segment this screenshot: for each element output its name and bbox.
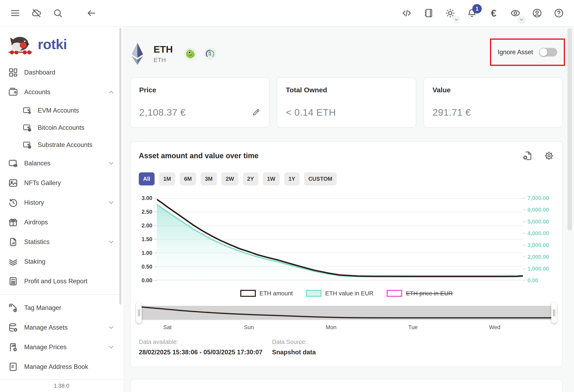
- chart-settings-button[interactable]: [544, 151, 554, 161]
- x-axis-label-wed: Wed: [489, 324, 500, 331]
- edit-price-button[interactable]: [252, 108, 260, 117]
- sidebar-item-label: NFTs Gallery: [24, 179, 61, 187]
- cryptocompare-icon: [205, 49, 215, 59]
- sidebar-item-nfts-gallery[interactable]: NFTs Gallery: [0, 173, 123, 193]
- app-logo[interactable]: rotki: [7, 32, 123, 56]
- sidebar-item-tag-manager[interactable]: Tag Manager: [0, 298, 123, 318]
- search-button[interactable]: [52, 7, 63, 19]
- asset-chart-card: Asset amount and value over time: [130, 141, 563, 367]
- stat-card-label: Price: [139, 86, 260, 94]
- stat-card-value: 291.71 €: [432, 107, 471, 118]
- gift-icon: [8, 217, 18, 227]
- sidebar-item-label: EVM Accounts: [38, 107, 79, 114]
- sidebar-item-manage-prices[interactable]: Manage Prices: [0, 337, 123, 357]
- sidebar-item-bitcoin-accounts[interactable]: Bitcoin Accounts: [0, 119, 123, 136]
- cryptocompare-badge[interactable]: [204, 48, 216, 60]
- left-axis-tick: 2.50: [142, 209, 157, 215]
- app-version: 1.38.0: [54, 383, 69, 389]
- range-button-2w[interactable]: 2W: [221, 172, 238, 186]
- legend-item-eth-price-in-eur[interactable]: ETH price in EUR: [387, 290, 453, 297]
- left-axis-tick: 0.00: [142, 277, 157, 284]
- sidebar-item-label: Staking: [24, 258, 45, 265]
- legend-label: ETH price in EUR: [406, 290, 453, 297]
- navigator-handle-right[interactable]: [551, 302, 557, 323]
- chevron-up-icon: [107, 88, 115, 96]
- legend-item-eth-amount[interactable]: ETH amount: [240, 290, 293, 297]
- page-scrollbar[interactable]: [567, 28, 572, 230]
- wallet-dot-icon: [22, 140, 32, 149]
- code-icon: [402, 8, 412, 18]
- sidebar-item-staking[interactable]: Staking: [0, 252, 123, 271]
- address-book-icon: [8, 362, 18, 372]
- menu-button[interactable]: [9, 7, 21, 19]
- sidebar-item-label: Profit and Loss Report: [24, 278, 87, 285]
- history-icon: [8, 198, 18, 207]
- sidebar-item-balances[interactable]: Balances: [0, 153, 123, 173]
- range-button-3m[interactable]: 3M: [201, 172, 217, 186]
- chevron-down-icon: [107, 238, 115, 246]
- left-axis-tick: 3.00: [142, 195, 157, 201]
- ignore-asset-toggle[interactable]: [539, 48, 557, 56]
- chart-navigator[interactable]: [139, 306, 554, 320]
- range-button-2y[interactable]: 2Y: [243, 172, 258, 186]
- range-button-all[interactable]: All: [139, 172, 155, 186]
- chevron-down-icon: [107, 343, 115, 351]
- sidebar-item-statistics[interactable]: Statistics: [0, 232, 123, 252]
- journal-button[interactable]: [423, 7, 434, 19]
- sidebar-item-label: Accounts: [24, 88, 50, 96]
- range-button-1y[interactable]: 1Y: [284, 172, 300, 186]
- sidebar-item-substrate-accounts[interactable]: Substrate Accounts: [0, 136, 123, 153]
- arrow-left-icon: [86, 8, 96, 18]
- legend-swatch: [387, 290, 402, 297]
- sidebar-item-history[interactable]: History: [0, 193, 123, 212]
- database-gear-icon: [8, 323, 18, 333]
- export-snapshot-button[interactable]: [523, 151, 533, 161]
- sidebar-nav: DashboardAccountsEVM AccountsBitcoin Acc…: [0, 63, 123, 377]
- sidebar-item-evm-accounts[interactable]: EVM Accounts: [0, 102, 123, 119]
- ignore-asset-panel: Ignore Asset: [490, 38, 565, 66]
- coingecko-badge[interactable]: [184, 48, 197, 60]
- stat-card-value: < 0.14 ETH: [286, 107, 336, 118]
- currency-euro-button[interactable]: €: [488, 7, 499, 19]
- sidebar-item-airdrops[interactable]: Airdrops: [0, 212, 123, 232]
- legend-item-eth-value-in-eur[interactable]: ETH value in EUR: [306, 290, 373, 297]
- notifications-bell-button[interactable]: 1: [466, 7, 478, 19]
- data-source-label: Data Source:: [272, 338, 405, 345]
- sidebar-item-label: Dashboard: [24, 69, 55, 76]
- sidebar-item-label: Tag Manager: [24, 304, 61, 312]
- arrow-left-button[interactable]: [86, 7, 97, 19]
- stat-card-label: Total Owned: [286, 86, 407, 94]
- sidebar: rotki DashboardAccountsEVM AccountsBitco…: [0, 27, 123, 392]
- currency-euro-icon: €: [491, 8, 496, 19]
- sidebar-item-manage-assets[interactable]: Manage Assets: [0, 318, 123, 337]
- account-button[interactable]: [531, 7, 543, 19]
- range-button-6m[interactable]: 6M: [180, 172, 196, 186]
- wallet-coins-icon: [8, 158, 18, 168]
- chart-plot[interactable]: [157, 198, 523, 280]
- sidebar-scrollbar[interactable]: [119, 28, 121, 305]
- right-axis-tick: 6,000.00: [523, 207, 549, 213]
- sidebar-item-accounts[interactable]: Accounts: [0, 82, 123, 102]
- multi-chain-assets-card: Multi Chain Assets: [130, 379, 563, 392]
- privacy-eye-button[interactable]: [510, 7, 521, 19]
- sidebar-item-dashboard[interactable]: Dashboard: [0, 63, 123, 82]
- sidebar-item-profit-and-loss-report[interactable]: Profit and Loss Report: [0, 271, 123, 291]
- range-button-custom[interactable]: CUSTOM: [304, 172, 337, 186]
- data-available-value: 28/02/2025 15:38:06 - 05/03/2025 17:30:0…: [139, 349, 272, 356]
- stat-card-price: Price2,108.37 €: [130, 77, 269, 128]
- chevron-down-icon: [107, 160, 115, 167]
- cloud-off-button[interactable]: [31, 7, 42, 19]
- legend-label: ETH amount: [260, 290, 293, 297]
- navigator-handle-left[interactable]: [136, 302, 142, 323]
- receipt-gear-icon: [8, 342, 18, 352]
- range-button-1m[interactable]: 1M: [159, 172, 175, 186]
- code-button[interactable]: [401, 7, 412, 19]
- sidebar-item-manage-address-book[interactable]: Manage Address Book: [0, 357, 123, 377]
- sidebar-item-label: Bitcoin Accounts: [38, 124, 84, 131]
- coingecko-icon: [185, 49, 195, 59]
- range-button-1w[interactable]: 1W: [263, 172, 280, 186]
- x-axis-label-sat: Sat: [164, 324, 172, 331]
- help-button[interactable]: [553, 7, 565, 19]
- x-axis-label-mon: Mon: [326, 324, 337, 331]
- theme-sun-button[interactable]: [444, 7, 456, 19]
